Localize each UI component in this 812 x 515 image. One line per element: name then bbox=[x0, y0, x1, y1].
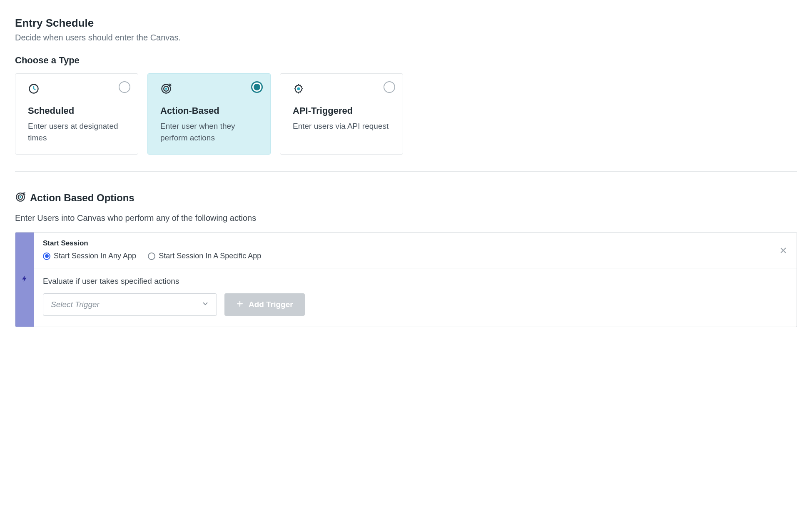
action-options-subheading: Enter Users into Canvas who perform any … bbox=[15, 213, 797, 223]
trigger-block: Start Session Start Session In Any App S… bbox=[15, 232, 797, 327]
radio-dot bbox=[43, 252, 50, 260]
type-card-api-triggered[interactable]: API-Triggered Enter users via API reques… bbox=[280, 73, 403, 155]
trigger-name: Start Session bbox=[43, 239, 787, 248]
svg-point-4 bbox=[297, 88, 300, 90]
radio-label: Start Session In Any App bbox=[54, 252, 136, 260]
card-title: Action-Based bbox=[160, 105, 258, 116]
page-subtitle: Decide when users should enter the Canva… bbox=[15, 33, 797, 42]
action-options-title: Action Based Options bbox=[30, 192, 135, 204]
radio-indicator bbox=[119, 81, 130, 93]
type-card-scheduled[interactable]: Scheduled Enter users at designated time… bbox=[15, 73, 138, 155]
trigger-radio-group: Start Session In Any App Start Session I… bbox=[43, 252, 787, 260]
chevron-down-icon bbox=[202, 300, 209, 309]
lightning-icon bbox=[21, 274, 28, 285]
choose-type-heading: Choose a Type bbox=[15, 55, 797, 66]
svg-point-7 bbox=[20, 196, 21, 198]
target-icon bbox=[160, 83, 258, 95]
radio-start-session-any-app[interactable]: Start Session In Any App bbox=[43, 252, 136, 260]
trigger-sidebar bbox=[15, 232, 34, 327]
add-trigger-button[interactable]: Add Trigger bbox=[224, 293, 305, 316]
close-icon[interactable] bbox=[778, 245, 788, 255]
card-desc: Enter user when they perform actions bbox=[160, 120, 258, 143]
card-desc: Enter users via API request bbox=[293, 120, 390, 132]
radio-start-session-specific-app[interactable]: Start Session In A Specific App bbox=[148, 252, 261, 260]
section-divider bbox=[15, 171, 797, 172]
add-trigger-label: Add Trigger bbox=[249, 300, 293, 309]
gear-icon bbox=[293, 83, 390, 95]
page-title: Entry Schedule bbox=[15, 17, 797, 30]
radio-label: Start Session In A Specific App bbox=[159, 252, 261, 260]
radio-dot bbox=[148, 252, 155, 260]
evaluate-label: Evaluate if user takes specified actions bbox=[43, 277, 787, 286]
card-desc: Enter users at designated times bbox=[28, 120, 125, 143]
select-trigger-dropdown[interactable]: Select Trigger bbox=[43, 293, 217, 316]
trigger-header: Start Session Start Session In Any App S… bbox=[34, 232, 797, 268]
select-placeholder: Select Trigger bbox=[51, 300, 100, 309]
radio-indicator bbox=[384, 81, 395, 93]
card-title: API-Triggered bbox=[293, 105, 390, 116]
target-icon bbox=[15, 192, 26, 204]
plus-icon bbox=[236, 300, 244, 310]
type-card-group: Scheduled Enter users at designated time… bbox=[15, 73, 797, 155]
trigger-body: Evaluate if user takes specified actions… bbox=[34, 268, 797, 327]
type-card-action-based[interactable]: Action-Based Enter user when they perfor… bbox=[147, 73, 271, 155]
card-title: Scheduled bbox=[28, 105, 125, 116]
action-options-header: Action Based Options bbox=[15, 192, 797, 204]
radio-indicator bbox=[251, 81, 263, 93]
clock-icon bbox=[28, 83, 125, 95]
svg-point-3 bbox=[165, 88, 167, 90]
